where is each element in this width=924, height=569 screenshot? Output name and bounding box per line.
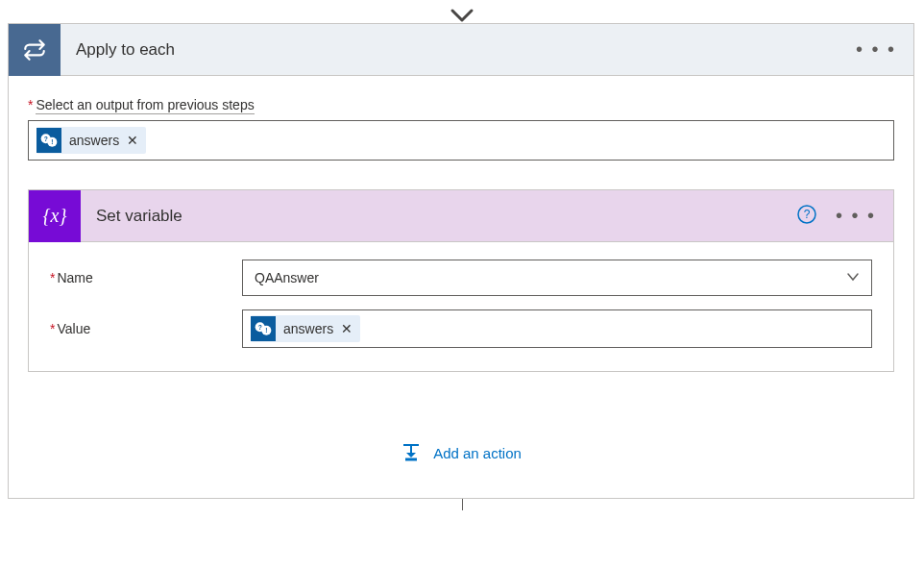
name-value: QAAnswer — [255, 270, 319, 285]
value-token-text: answers — [276, 321, 341, 336]
svg-text:!: ! — [265, 327, 267, 334]
required-indicator: * — [28, 97, 33, 112]
chevron-down-icon — [846, 270, 860, 286]
apply-to-each-title: Apply to each — [61, 40, 856, 60]
name-select[interactable]: QAAnswer — [242, 260, 872, 296]
chevron-down-icon — [450, 8, 474, 25]
name-control-wrap: QAAnswer — [242, 260, 872, 296]
qna-icon: ? ! — [36, 128, 61, 153]
value-label: *Value — [50, 321, 242, 336]
add-action-button[interactable]: Add an action — [28, 441, 894, 465]
output-token-text: answers — [61, 133, 127, 148]
output-field-label: Select an output from previous steps — [36, 97, 254, 114]
apply-to-each-body: *Select an output from previous steps ? … — [9, 76, 913, 498]
qna-icon: ? ! — [251, 316, 276, 341]
output-field-label-wrap: *Select an output from previous steps — [28, 97, 894, 120]
set-variable-header[interactable]: {x} Set variable ? • • • — [29, 190, 893, 242]
set-variable-title: Set variable — [81, 207, 797, 226]
svg-text:?: ? — [44, 136, 48, 142]
output-token-remove[interactable]: ✕ — [127, 133, 138, 148]
connector-line — [462, 499, 463, 510]
apply-to-each-card: Apply to each • • • *Select an output fr… — [8, 23, 914, 499]
apply-to-each-header[interactable]: Apply to each • • • — [9, 24, 913, 76]
value-token: ? ! answers ✕ — [251, 315, 360, 342]
value-control-wrap: ? ! answers ✕ — [242, 309, 872, 348]
svg-text:?: ? — [258, 324, 262, 331]
add-action-label: Add an action — [433, 445, 522, 461]
required-indicator: * — [50, 270, 55, 285]
apply-to-each-menu[interactable]: • • • — [856, 38, 913, 61]
value-row: *Value ? ! — [50, 309, 872, 348]
svg-text:?: ? — [804, 208, 811, 221]
name-label-text: Name — [57, 270, 92, 285]
output-token: ? ! answers ✕ — [36, 127, 146, 154]
set-variable-card: {x} Set variable ? • • • *Name — [28, 189, 894, 372]
name-label: *Name — [50, 270, 242, 285]
set-variable-menu[interactable]: • • • — [836, 205, 893, 227]
loop-icon — [9, 24, 61, 76]
set-variable-body: *Name QAAnswer *Value — [29, 242, 893, 371]
help-button[interactable]: ? — [797, 205, 816, 227]
output-input[interactable]: ? ! answers ✕ — [28, 120, 894, 161]
required-indicator: * — [50, 321, 55, 336]
name-row: *Name QAAnswer — [50, 260, 872, 296]
variable-icon: {x} — [29, 190, 81, 242]
add-action-icon — [401, 441, 422, 465]
value-input[interactable]: ? ! answers ✕ — [242, 309, 872, 348]
svg-text:!: ! — [51, 138, 53, 145]
svg-text:{x}: {x} — [43, 205, 67, 226]
value-label-text: Value — [57, 321, 90, 336]
flow-connector-bottom — [8, 499, 916, 510]
value-token-remove[interactable]: ✕ — [341, 321, 353, 336]
